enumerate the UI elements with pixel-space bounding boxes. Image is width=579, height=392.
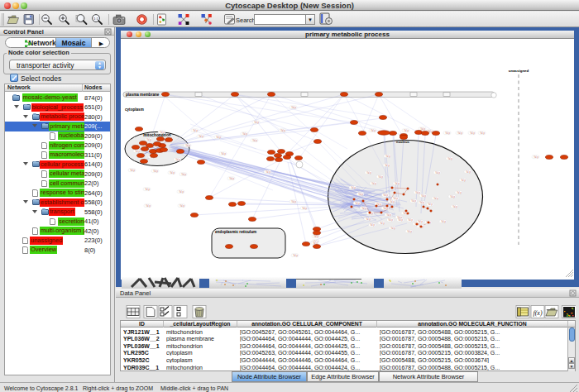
svg-text:Yal p: Yal p xyxy=(371,129,376,132)
svg-text:endoplasmic reticulum: endoplasmic reticulum xyxy=(215,230,256,234)
svg-text:Yal p: Yal p xyxy=(385,155,390,158)
svg-text:Yal p: Yal p xyxy=(135,150,140,153)
svg-text:Yal p: Yal p xyxy=(355,202,360,205)
svg-text:Yal p: Yal p xyxy=(293,254,298,257)
svg-text:Yal p: Yal p xyxy=(181,173,186,176)
svg-text:Yal p: Yal p xyxy=(366,218,371,221)
svg-text:Yal p: Yal p xyxy=(252,139,257,142)
svg-text:Yal p: Yal p xyxy=(450,195,455,198)
svg-text:Yal p: Yal p xyxy=(371,182,376,185)
svg-text:Yal p: Yal p xyxy=(385,164,390,167)
svg-text:Yal p: Yal p xyxy=(145,188,150,191)
svg-text:1:1: 1:1 xyxy=(93,17,98,21)
svg-text:Yal p: Yal p xyxy=(216,136,221,139)
svg-text:Yal p: Yal p xyxy=(130,169,135,172)
svg-text:Yal p: Yal p xyxy=(146,138,151,141)
svg-text:Yal p: Yal p xyxy=(229,177,234,180)
svg-text:Yal p: Yal p xyxy=(415,191,420,194)
svg-text:Yal p: Yal p xyxy=(175,158,180,161)
svg-text:Yal p: Yal p xyxy=(461,179,466,182)
svg-text:Yal p: Yal p xyxy=(170,171,175,174)
svg-text:Yal p: Yal p xyxy=(242,132,247,136)
svg-text:Yal p: Yal p xyxy=(221,152,226,155)
svg-text:unassigned: unassigned xyxy=(509,69,529,73)
svg-text:Yal p: Yal p xyxy=(378,175,383,179)
svg-text:Yal p: Yal p xyxy=(160,131,165,134)
svg-text:Yal p: Yal p xyxy=(179,204,184,208)
svg-text:Yal p: Yal p xyxy=(404,129,409,132)
svg-text:Yal p: Yal p xyxy=(390,200,395,203)
svg-text:Yal p: Yal p xyxy=(370,223,375,227)
svg-text:plasma membrane: plasma membrane xyxy=(126,93,160,97)
svg-text:Yal p: Yal p xyxy=(291,106,296,109)
svg-text:Yal p: Yal p xyxy=(480,131,485,135)
svg-text:Yal p: Yal p xyxy=(380,222,385,225)
svg-text:Yal p: Yal p xyxy=(421,194,426,198)
svg-text:Yal p: Yal p xyxy=(408,218,413,222)
svg-text:Yal p: Yal p xyxy=(435,171,440,174)
svg-text:Yal p: Yal p xyxy=(411,199,416,203)
svg-text:Yal p: Yal p xyxy=(407,230,412,233)
svg-text:Yal p: Yal p xyxy=(452,205,457,208)
svg-text:Yal p: Yal p xyxy=(390,227,395,230)
svg-text:Yal p: Yal p xyxy=(266,170,270,174)
svg-text:Yal p: Yal p xyxy=(419,201,424,204)
svg-text:Yal p: Yal p xyxy=(383,207,388,210)
svg-text:nucleus: nucleus xyxy=(396,140,409,144)
svg-text:Yal p: Yal p xyxy=(199,135,203,138)
svg-text:Yal p: Yal p xyxy=(466,170,471,174)
svg-text:Yal p: Yal p xyxy=(470,131,475,135)
svg-text:Yal p: Yal p xyxy=(366,171,371,174)
svg-text:Yal p: Yal p xyxy=(153,170,158,173)
svg-text:cytoplasm: cytoplasm xyxy=(125,108,144,112)
svg-text:Yal p: Yal p xyxy=(398,218,403,222)
svg-text:f(x): f(x) xyxy=(533,309,542,317)
svg-text:Yal p: Yal p xyxy=(302,207,307,210)
svg-text:Yal p: Yal p xyxy=(386,213,391,217)
svg-text:Yal p: Yal p xyxy=(358,193,363,196)
svg-text:Yal p: Yal p xyxy=(291,200,296,203)
svg-text:Yal p: Yal p xyxy=(447,157,452,160)
svg-text:Yal p: Yal p xyxy=(445,131,450,135)
svg-text:Yal p: Yal p xyxy=(428,203,433,206)
svg-text:Yal p: Yal p xyxy=(441,220,446,223)
svg-text:Yal p: Yal p xyxy=(280,129,285,132)
svg-text:Yal p: Yal p xyxy=(457,131,462,135)
svg-text:Yal p: Yal p xyxy=(418,220,423,223)
svg-text:Yal p: Yal p xyxy=(395,182,400,185)
svg-text:Yal p: Yal p xyxy=(383,194,388,197)
svg-text:Yal p: Yal p xyxy=(185,144,190,147)
svg-text:Yal p: Yal p xyxy=(193,129,198,132)
svg-text:Yal p: Yal p xyxy=(361,207,366,210)
svg-text:Yal p: Yal p xyxy=(179,190,184,194)
svg-text:Yal p: Yal p xyxy=(146,204,151,208)
svg-text:Yal p: Yal p xyxy=(313,235,318,238)
svg-text:Yal p: Yal p xyxy=(457,191,462,194)
svg-text:Yal p: Yal p xyxy=(433,197,438,200)
svg-text:Yal p: Yal p xyxy=(351,186,356,189)
svg-text:Yal p: Yal p xyxy=(534,155,538,159)
svg-text:Yal p: Yal p xyxy=(388,218,393,222)
svg-text:Yal p: Yal p xyxy=(254,121,259,124)
svg-text:Yal p: Yal p xyxy=(393,197,398,200)
